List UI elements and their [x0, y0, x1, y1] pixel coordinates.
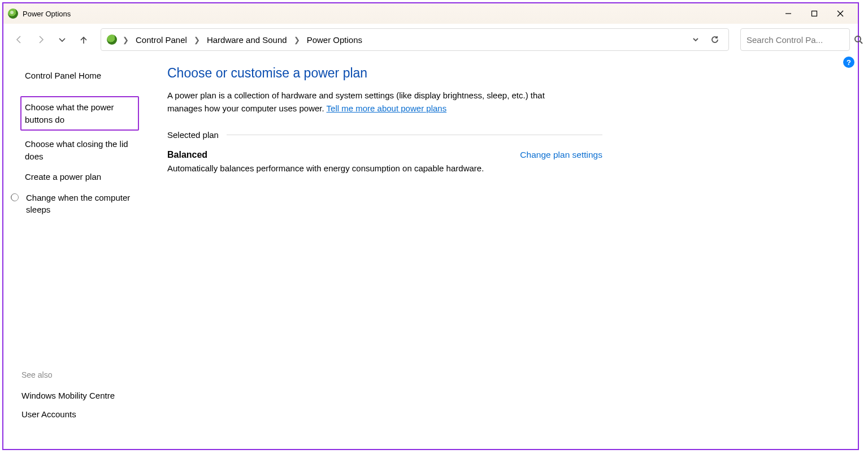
- chevron-right-icon[interactable]: ❯: [292, 36, 302, 44]
- breadcrumb-mid[interactable]: Hardware and Sound: [206, 35, 288, 45]
- see-also-label: See also: [21, 370, 150, 379]
- close-button[interactable]: [827, 3, 853, 24]
- window-title: Power Options: [23, 10, 71, 18]
- svg-rect-1: [812, 11, 817, 16]
- breadcrumb-leaf[interactable]: Power Options: [306, 35, 363, 45]
- change-plan-settings-link[interactable]: Change plan settings: [520, 150, 602, 160]
- divider: [227, 135, 602, 135]
- moon-icon: [10, 193, 19, 202]
- window-frame: Power Options ❯ Control Panel ❯: [2, 2, 859, 450]
- svg-line-6: [860, 41, 862, 44]
- forward-button[interactable]: [33, 32, 49, 47]
- search-input[interactable]: [747, 35, 854, 45]
- refresh-button[interactable]: [707, 32, 723, 47]
- sidebar-home-link[interactable]: Control Panel Home: [21, 66, 140, 86]
- sidebar: Control Panel Home Choose what the power…: [3, 55, 156, 449]
- sidebar-link-sleep-row: Change when the computer sleeps: [21, 189, 150, 221]
- chevron-right-icon[interactable]: ❯: [120, 36, 131, 44]
- chevron-right-icon[interactable]: ❯: [192, 36, 202, 44]
- power-options-icon: [8, 8, 18, 19]
- content: Choose or customise a power plan A power…: [156, 55, 858, 449]
- address-dropdown-button[interactable]: [688, 32, 704, 47]
- sidebar-link-power-buttons[interactable]: Choose what the power buttons do: [20, 96, 139, 131]
- back-button[interactable]: [11, 32, 27, 47]
- body: ? Control Panel Home Choose what the pow…: [3, 55, 858, 449]
- search-icon[interactable]: [854, 35, 863, 44]
- selected-plan-section: Selected plan Balanced Change plan setti…: [167, 130, 602, 173]
- sidebar-link-closing-lid[interactable]: Choose what closing the lid does: [21, 134, 140, 167]
- search-box[interactable]: [740, 28, 850, 51]
- up-button[interactable]: [76, 32, 92, 47]
- page-title: Choose or customise a power plan: [167, 66, 835, 81]
- power-options-icon: [107, 34, 117, 45]
- page-description: A power plan is a collection of hardware…: [167, 89, 574, 115]
- plan-row: Balanced Change plan settings: [167, 150, 602, 160]
- plan-name: Balanced: [167, 150, 207, 160]
- titlebar: Power Options: [3, 3, 858, 24]
- see-also-user-accounts[interactable]: User Accounts: [21, 405, 140, 424]
- see-also-mobility-centre[interactable]: Windows Mobility Centre: [21, 386, 140, 405]
- plan-description: Automatically balances performance with …: [167, 163, 529, 173]
- recent-locations-button[interactable]: [54, 32, 70, 47]
- minimize-button[interactable]: [775, 3, 801, 24]
- sidebar-link-sleep[interactable]: Change when the computer sleeps: [23, 189, 141, 221]
- help-button[interactable]: ?: [843, 57, 854, 68]
- selected-plan-label: Selected plan: [167, 130, 219, 140]
- svg-point-5: [855, 36, 861, 42]
- maximize-button[interactable]: [801, 3, 827, 24]
- sidebar-link-create-plan[interactable]: Create a power plan: [21, 167, 140, 187]
- toolbar: ❯ Control Panel ❯ Hardware and Sound ❯ P…: [3, 24, 858, 55]
- address-bar[interactable]: ❯ Control Panel ❯ Hardware and Sound ❯ P…: [101, 28, 729, 51]
- tell-me-more-link[interactable]: Tell me more about power plans: [327, 103, 447, 113]
- sidebar-see-also: See also Windows Mobility Centre User Ac…: [21, 370, 150, 438]
- breadcrumb-root[interactable]: Control Panel: [134, 35, 188, 45]
